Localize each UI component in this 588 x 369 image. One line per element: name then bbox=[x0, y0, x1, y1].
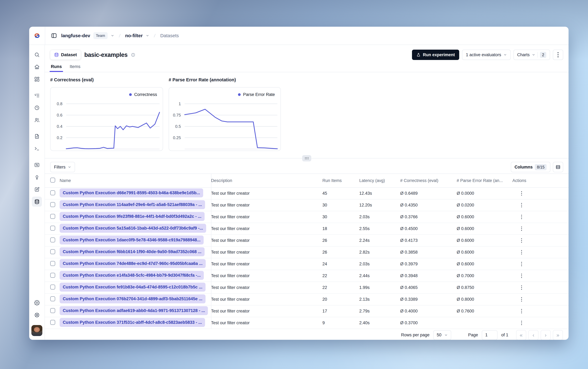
row-actions-button[interactable] bbox=[521, 297, 522, 301]
sidebar-item-tracing[interactable] bbox=[32, 91, 42, 101]
row-actions-button[interactable] bbox=[521, 203, 522, 207]
run-name-link[interactable]: Custom Python Execution adfae619-abb0-4d… bbox=[60, 306, 208, 315]
sidebar-item-annotation[interactable] bbox=[32, 184, 42, 195]
column-header-run-items[interactable]: Run Items bbox=[322, 178, 359, 183]
row-checkbox[interactable] bbox=[50, 320, 55, 325]
run-name-link[interactable]: Custom Python Execution 74de488e-ec9d-47… bbox=[60, 259, 206, 268]
sidebar-item-home[interactable] bbox=[32, 62, 42, 72]
sidebar-item-ideas[interactable] bbox=[32, 172, 42, 182]
charts-count-badge: 2 bbox=[540, 52, 546, 58]
row-actions-button[interactable] bbox=[521, 191, 522, 195]
column-header-latency[interactable]: Latency (avg) bbox=[359, 178, 400, 183]
table-row[interactable]: Custom Python Execution 5a15a616-1bab-44… bbox=[45, 223, 568, 235]
tab-runs[interactable]: Runs bbox=[51, 64, 62, 72]
table-row[interactable]: Custom Python Execution 076b2704-341d-48… bbox=[45, 294, 568, 305]
run-name-link[interactable]: Custom Python Execution 114aa9ef-29e6-4e… bbox=[60, 200, 205, 209]
correctness-chart: 0.80.60.40.2 Correctness bbox=[50, 87, 163, 151]
row-actions-button[interactable] bbox=[521, 274, 522, 278]
breadcrumb-project[interactable]: no-filter bbox=[125, 33, 143, 38]
column-header-name[interactable]: Name bbox=[60, 178, 211, 183]
table-row[interactable]: Custom Python Execution f6bb1614-1f90-40… bbox=[45, 246, 568, 258]
run-name-link[interactable]: Custom Python Execution 5a15a616-1bab-44… bbox=[60, 224, 206, 233]
table-row[interactable]: Custom Python Execution d66e7991-8595-45… bbox=[45, 188, 568, 199]
page-number-input[interactable] bbox=[482, 330, 498, 340]
active-evaluators-button[interactable]: 1 active evaluators bbox=[462, 50, 510, 60]
info-icon[interactable] bbox=[131, 53, 135, 57]
row-actions-button[interactable] bbox=[521, 238, 522, 243]
row-actions-button[interactable] bbox=[521, 321, 522, 325]
last-page-button[interactable]: » bbox=[553, 330, 563, 340]
table-row[interactable]: Custom Python Execution 114aa9ef-29e6-4e… bbox=[45, 199, 568, 211]
resize-drag-handle[interactable] bbox=[302, 155, 311, 161]
rows-per-page-select[interactable]: 50 bbox=[433, 330, 451, 340]
table-row[interactable]: Custom Python Execution adfae619-abb0-4d… bbox=[45, 305, 568, 317]
column-header-correctness[interactable]: # Correctness (eval) bbox=[400, 178, 457, 183]
row-checkbox[interactable] bbox=[50, 296, 55, 301]
columns-button[interactable]: Columns 8/15 bbox=[511, 162, 550, 172]
breadcrumb-org[interactable]: langfuse-dev bbox=[61, 33, 90, 38]
breadcrumb-section[interactable]: Datasets bbox=[160, 33, 179, 38]
column-header-parse-error-rate[interactable]: # Parse Error Rate (an... bbox=[457, 178, 512, 183]
row-checkbox[interactable] bbox=[50, 308, 55, 313]
charts-button[interactable]: Charts 2 bbox=[513, 50, 550, 60]
filters-button[interactable]: Filters bbox=[50, 162, 75, 172]
sidebar-item-evaluation[interactable] bbox=[32, 160, 42, 170]
row-checkbox[interactable] bbox=[50, 249, 55, 254]
row-checkbox[interactable] bbox=[50, 202, 55, 207]
row-checkbox[interactable] bbox=[50, 261, 55, 266]
row-actions-button[interactable] bbox=[521, 250, 522, 254]
select-all-checkbox[interactable] bbox=[50, 178, 55, 183]
row-actions-button[interactable] bbox=[521, 309, 522, 313]
header-more-actions-button[interactable] bbox=[553, 50, 563, 60]
column-header-description[interactable]: Description bbox=[211, 178, 322, 183]
previous-page-button[interactable]: ‹ bbox=[528, 330, 539, 340]
next-page-button[interactable]: › bbox=[541, 330, 551, 340]
table-row[interactable]: Custom Python Execution 74de488e-ec9d-47… bbox=[45, 258, 568, 270]
row-checkbox[interactable] bbox=[50, 214, 55, 219]
svg-text:0.6: 0.6 bbox=[57, 113, 62, 117]
run-name-link[interactable]: Custom Python Execution d66e7991-8595-45… bbox=[60, 188, 203, 197]
user-avatar[interactable] bbox=[31, 325, 42, 336]
table-row[interactable]: Custom Python Execution 371f531c-abff-4d… bbox=[45, 317, 568, 329]
run-name-link[interactable]: Custom Python Execution 371f531c-abff-4d… bbox=[60, 318, 205, 327]
table-row[interactable]: Custom Python Execution 1daec0f9-5e78-43… bbox=[45, 235, 568, 246]
breadcrumb-slash-icon bbox=[152, 33, 157, 38]
sidebar-item-playground[interactable] bbox=[32, 144, 42, 154]
run-experiment-button[interactable]: Run experiment bbox=[412, 50, 459, 60]
row-height-button[interactable] bbox=[553, 162, 563, 172]
sidebar-item-search[interactable] bbox=[32, 50, 42, 60]
run-name-link[interactable]: Custom Python Execution 9fe23f98-881e-44… bbox=[60, 212, 205, 221]
run-name-link[interactable]: Custom Python Execution fe91b83e-04a5-47… bbox=[60, 283, 206, 292]
sidebar-item-settings[interactable] bbox=[32, 298, 42, 308]
row-checkbox[interactable] bbox=[50, 273, 55, 278]
run-name-link[interactable]: Custom Python Execution 076b2704-341d-48… bbox=[60, 294, 206, 303]
run-name-link[interactable]: Custom Python Execution 1daec0f9-5e78-43… bbox=[60, 236, 204, 245]
sidebar-toggle-button[interactable] bbox=[51, 32, 57, 39]
sidebar-item-support[interactable] bbox=[32, 310, 42, 320]
tab-items[interactable]: Items bbox=[70, 64, 80, 72]
row-checkbox[interactable] bbox=[50, 226, 55, 231]
row-actions-button[interactable] bbox=[521, 286, 522, 290]
chevron-down-icon[interactable] bbox=[111, 34, 114, 37]
row-checkbox[interactable] bbox=[50, 237, 55, 242]
chevron-down-icon[interactable] bbox=[146, 34, 149, 37]
table-row[interactable]: Custom Python Execution 9fe23f98-881e-44… bbox=[45, 211, 568, 223]
run-name-link[interactable]: Custom Python Execution e14fa348-5cfc-49… bbox=[60, 271, 204, 280]
row-actions-button[interactable] bbox=[521, 226, 522, 231]
column-header-actions: Actions bbox=[512, 178, 568, 183]
sidebar-item-dashboards[interactable] bbox=[32, 74, 42, 84]
first-page-button[interactable]: « bbox=[516, 330, 526, 340]
legend-dot-icon bbox=[238, 93, 241, 96]
row-actions-button[interactable] bbox=[521, 215, 522, 219]
sidebar-item-sessions[interactable] bbox=[32, 103, 42, 113]
row-checkbox[interactable] bbox=[50, 285, 55, 289]
table-row[interactable]: Custom Python Execution e14fa348-5cfc-49… bbox=[45, 270, 568, 282]
sidebar-item-datasets[interactable] bbox=[32, 197, 42, 207]
run-name-link[interactable]: Custom Python Execution f6bb1614-1f90-40… bbox=[60, 247, 205, 256]
row-actions-button[interactable] bbox=[521, 262, 522, 266]
row-checkbox[interactable] bbox=[50, 190, 55, 195]
sidebar-item-prompts[interactable] bbox=[32, 131, 42, 141]
table-row[interactable]: Custom Python Execution fe91b83e-04a5-47… bbox=[45, 282, 568, 294]
lifebuoy-icon bbox=[34, 312, 40, 318]
sidebar-item-users[interactable] bbox=[32, 115, 42, 125]
